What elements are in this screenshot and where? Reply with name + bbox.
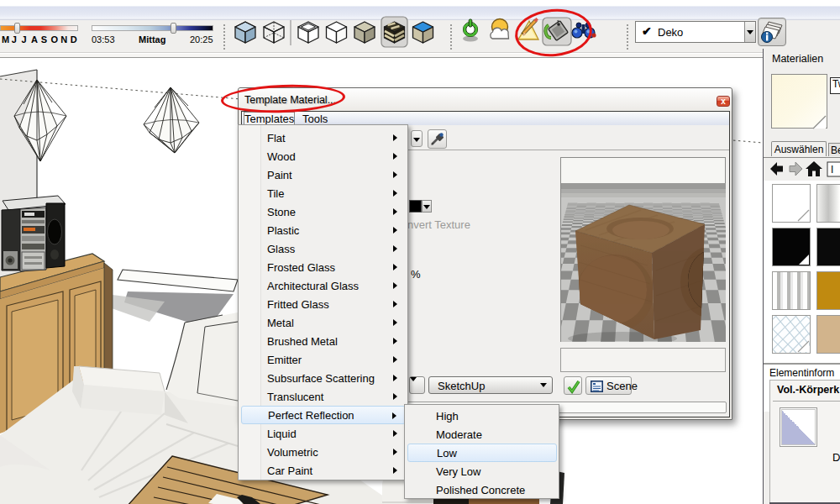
svg-text:I: I: [831, 164, 833, 176]
